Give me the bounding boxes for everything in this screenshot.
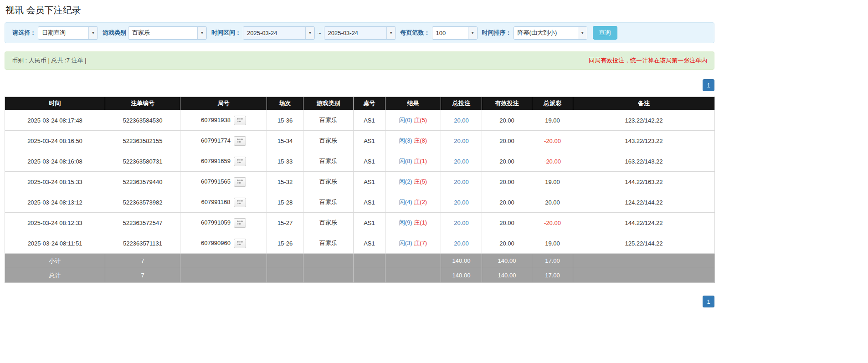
cell-game-type: 百家乐: [303, 110, 354, 131]
result-banker: 庄(5): [414, 117, 427, 123]
table-row: 2025-03-24 08:11:51 522363571131 6079909…: [5, 233, 715, 254]
result-banker: 庄(1): [414, 158, 427, 164]
cell-time: 2025-03-24 08:13:12: [5, 192, 105, 213]
round-id-text: 607991059: [201, 219, 231, 225]
table-row: 2025-03-24 08:13:12 522363573982 6079911…: [5, 192, 715, 213]
cell-result: 闲(3) 庄(8): [385, 131, 441, 151]
total-bet-link[interactable]: 20.00: [454, 138, 469, 144]
total-bet-link[interactable]: 20.00: [454, 220, 469, 226]
cell-game-type: 百家乐: [303, 151, 354, 172]
cell-payout: 19.00: [532, 233, 573, 254]
cell-round-id: 607991774: [180, 131, 267, 151]
cell-session: 15-27: [267, 213, 303, 233]
column-header: 有效投注: [482, 97, 532, 110]
summary-bar: 币别 : 人民币 | 总共 :7 注单 | 同局有效投注，统一计算在该局第一张注…: [5, 51, 714, 70]
cell-valid-bet: 20.00: [482, 172, 532, 192]
cell-session: 15-34: [267, 131, 303, 151]
game-type-label: 游戏类别: [103, 29, 126, 37]
chevron-down-icon[interactable]: ▼: [88, 27, 98, 39]
roadmap-button[interactable]: [234, 157, 246, 166]
total-bet-link[interactable]: 20.00: [454, 179, 469, 185]
footer-empty-cell: [573, 268, 715, 283]
footer-total-bet: 140.00: [441, 268, 482, 283]
cell-total-bet: 20.00: [441, 233, 482, 254]
footer-valid-bet: 140.00: [482, 254, 532, 268]
footer-empty-cell: [267, 268, 303, 283]
column-header: 总派彩: [532, 97, 573, 110]
roadmap-button[interactable]: [234, 177, 246, 187]
roadmap-icon: [236, 179, 243, 184]
game-type-dropdown[interactable]: 百家乐 ▼: [128, 26, 207, 40]
cell-round-id: 607991168: [180, 192, 267, 213]
cell-table-no: AS1: [354, 192, 385, 213]
page-button-1[interactable]: 1: [703, 296, 714, 307]
cell-bet-id: 522363582155: [105, 131, 180, 151]
total-bet-link[interactable]: 20.00: [454, 117, 469, 124]
cell-result: 闲(4) 庄(2): [385, 192, 441, 213]
total-bet-link[interactable]: 20.00: [454, 158, 469, 165]
date-from-picker[interactable]: 2025-03-24 ▼: [243, 26, 315, 40]
chevron-down-icon[interactable]: ▼: [305, 27, 314, 39]
roadmap-button[interactable]: [234, 198, 246, 207]
roadmap-button[interactable]: [234, 218, 246, 228]
chevron-down-icon[interactable]: ▼: [468, 27, 477, 39]
cell-valid-bet: 20.00: [482, 151, 532, 172]
round-id-text: 607991938: [201, 116, 231, 123]
payout-value: -20.00: [544, 220, 561, 226]
cell-round-id: 607990960: [180, 233, 267, 254]
cell-table-no: AS1: [354, 131, 385, 151]
cell-round-id: 607991059: [180, 213, 267, 233]
sort-value: 降幂(由大到小): [514, 27, 578, 39]
chevron-down-icon[interactable]: ▼: [197, 27, 206, 39]
cell-remark: 144.22/163.22: [573, 172, 715, 192]
cell-time: 2025-03-24 08:16:08: [5, 151, 105, 172]
main-content: 视讯 会员下注纪录 请选择： 日期查询 ▼ 游戏类别 百家乐 ▼ 时间区间： 2…: [5, 0, 714, 307]
game-type-value: 百家乐: [128, 27, 197, 39]
result-player: 闲(4): [399, 199, 412, 205]
table-row: 2025-03-24 08:17:48 522363584530 6079919…: [5, 110, 715, 131]
result-banker: 庄(5): [414, 178, 427, 185]
payout-value: -20.00: [544, 138, 561, 144]
chevron-down-icon[interactable]: ▼: [578, 27, 587, 39]
roadmap-button[interactable]: [234, 116, 246, 125]
result-banker: 庄(1): [414, 219, 427, 226]
query-type-dropdown[interactable]: 日期查询 ▼: [38, 26, 98, 40]
cell-remark: 163.22/143.22: [573, 151, 715, 172]
cell-remark: 123.22/142.22: [573, 110, 715, 131]
date-to-picker[interactable]: 2025-03-24 ▼: [324, 26, 396, 40]
sort-dropdown[interactable]: 降幂(由大到小) ▼: [514, 26, 587, 40]
page-button-1[interactable]: 1: [703, 79, 714, 91]
cell-payout: -20.00: [532, 131, 573, 151]
roadmap-button[interactable]: [234, 239, 246, 248]
result-player: 闲(3): [399, 137, 412, 144]
search-button[interactable]: 查询: [593, 26, 617, 40]
cell-total-bet: 20.00: [441, 131, 482, 151]
roadmap-icon: [236, 199, 243, 205]
column-header: 时间: [5, 97, 105, 110]
cell-result: 闲(9) 庄(1): [385, 213, 441, 233]
column-header: 场次: [267, 97, 303, 110]
cell-game-type: 百家乐: [303, 172, 354, 192]
cell-valid-bet: 20.00: [482, 110, 532, 131]
cell-table-no: AS1: [354, 233, 385, 254]
total-bet-link[interactable]: 20.00: [454, 240, 469, 247]
total-bet-link[interactable]: 20.00: [454, 199, 469, 206]
page-size-dropdown[interactable]: 100 ▼: [432, 26, 478, 40]
result-player: 闲(3): [399, 240, 412, 246]
round-id-text: 607991565: [201, 178, 231, 184]
roadmap-button[interactable]: [234, 136, 246, 146]
cell-total-bet: 20.00: [441, 192, 482, 213]
date-to-value: 2025-03-24: [324, 27, 386, 39]
cell-result: 闲(0) 庄(5): [385, 110, 441, 131]
table-row: 2025-03-24 08:16:50 522363582155 6079917…: [5, 131, 715, 151]
cell-bet-id: 522363584530: [105, 110, 180, 131]
time-range-label: 时间区间：: [211, 29, 241, 37]
footer-payout: 17.00: [532, 268, 573, 283]
payout-value: 19.00: [545, 240, 560, 247]
cell-time: 2025-03-24 08:17:48: [5, 110, 105, 131]
chevron-down-icon[interactable]: ▼: [386, 27, 395, 39]
round-id-text: 607990960: [201, 239, 231, 246]
filter-bar: 请选择： 日期查询 ▼ 游戏类别 百家乐 ▼ 时间区间： 2025-03-24 …: [5, 22, 714, 43]
column-header: 备注: [573, 97, 715, 110]
cell-time: 2025-03-24 08:12:33: [5, 213, 105, 233]
